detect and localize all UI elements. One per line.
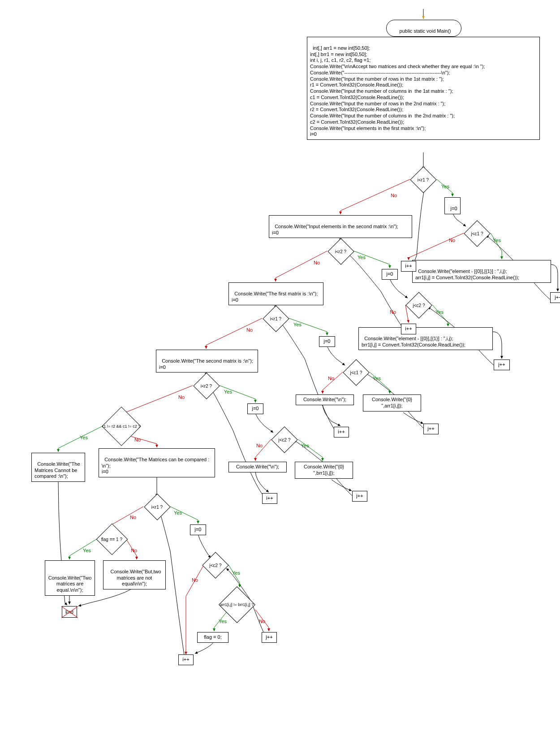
decision-i-lt-r2: i<r2 ? [327,238,354,264]
decision-i-lt-r2-b: i<r2 ? [193,372,220,399]
label-yes: Yes [80,435,88,440]
print-arr1: Console.Write("{0} ",arr1[i,j]); [363,394,421,411]
newline-1: Console.Write("\n"); [296,394,354,405]
label-no: No [328,376,334,381]
assign-j0-2: j=0 [382,269,398,280]
label-yes: Yes [219,619,227,624]
can-compare: Console.Write("The Matrices can be compa… [99,448,215,477]
label-yes: Yes [232,570,240,576]
assign-j0-1: j=0 [444,197,461,214]
label-no: No [449,238,455,243]
two-equal: Console.Write("Two matrices are equal.\n… [45,560,95,596]
label-no: No [131,548,137,553]
label-yes: Yes [301,443,309,448]
end-node: End [62,606,77,618]
decision-i-lt-r1: i<r1 ? [410,166,436,193]
decision-j-lt-c2-b: j<c2 ? [271,426,297,453]
cannot-compare: Console.Write("The Matrices Cannot be co… [31,453,85,482]
ipp-5: i++ [178,654,194,665]
label-yes: Yes [493,238,501,243]
input-arr1-body: Console.Write("element - [{0}],[{1}] : "… [412,260,551,283]
label-no: No [192,577,198,583]
first-matrix-is: Console.Write("The first matrix is :\n")… [228,282,323,305]
label-no: No [259,619,265,624]
decision-elem-neq: arr1[i,j] != brr1[i,j] ? [219,586,255,623]
label-yes: Yes [435,309,444,315]
label-yes: Yes [358,255,366,260]
decision-j-lt-c2-c: j<c2 ? [202,552,228,578]
print-brr1: Console.Write("{0} ",brr1[i,j]); [295,462,353,479]
decision-i-lt-r1-c: i<r1 ? [144,494,170,520]
jpp-3: j++ [423,424,439,434]
assign-j0-3: j=0 [319,336,335,347]
second-matrix-is: Console.Write("The second matrix is :\n"… [156,350,258,372]
label-yes: Yes [293,322,302,327]
decision-j-lt-c1: j<c1 ? [464,220,490,247]
decision-i-lt-r1-b: i<r1 ? [263,305,289,332]
decision-j-lt-c2: j<c2 ? [405,292,432,318]
label-yes: Yes [373,376,381,381]
terminator-label: public static void Main() [400,28,451,34]
label-yes: Yes [224,389,232,394]
label-no: No [390,309,396,315]
jpp-2: j++ [494,360,510,370]
label-yes: Yes [83,548,91,553]
init-block: int[,] arr1 = new int[50,50]; int[,] brr… [307,37,540,140]
decision-j-lt-c1-b: j<c1 ? [343,359,369,385]
jpp-4: j++ [352,491,367,502]
ipp-2: i++ [401,324,416,334]
label-no: No [246,327,253,333]
assign-j0-4: j=0 [247,403,263,414]
label-no: No [256,443,263,448]
jpp-1: j++ [550,292,560,303]
init-block-text: int[,] arr1 = new int[50,50]; int[,] brr… [310,45,485,137]
decision-flag-eq-1: flag == 1 ? [96,524,128,555]
newline-2: Console.Write("\n"); [228,462,287,472]
label-yes: Yes [174,510,182,515]
assign-j0-5: j=0 [190,524,206,535]
label-no: No [314,260,320,265]
label-yes: Yes [441,184,449,189]
jpp-5: j++ [262,632,277,643]
ipp-4: i++ [262,493,277,504]
input-brr1-body: Console.Write("element - [{0}],[{1}] : "… [358,327,493,350]
terminator-main: public static void Main() [386,20,461,37]
ipp-1: i++ [401,261,416,272]
not-equal: Console.Write("But,two matrices are not … [103,560,166,589]
second-matrix-prompt: Console.Write("Input elements in the sec… [269,215,412,238]
ipp-3: i++ [334,427,349,437]
label-no: No [391,193,397,198]
label-no: No [130,515,136,520]
label-no: No [178,394,185,400]
flag-zero: flag = 0; [197,632,228,643]
label-no: No [134,437,141,442]
